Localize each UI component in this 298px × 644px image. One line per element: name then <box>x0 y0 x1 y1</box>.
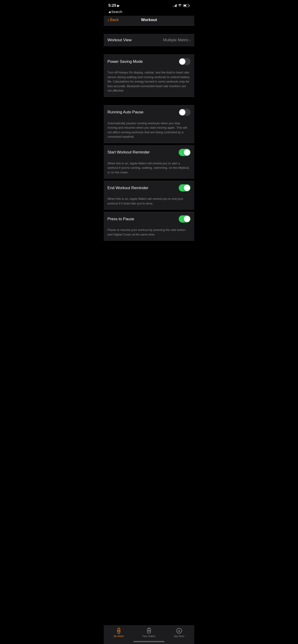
face-gallery-icon <box>146 628 152 634</box>
back-button[interactable]: ‹ Back <box>107 18 119 23</box>
running-auto-pause-row: Running Auto Pause <box>104 106 194 119</box>
gap-1 <box>104 26 194 34</box>
running-auto-pause-description: Automatically pauses running workouts wh… <box>104 119 194 143</box>
status-bar: 5:25 ▶ <box>104 0 194 9</box>
location-icon: ▶ <box>117 4 120 8</box>
toggle-thumb <box>184 185 190 191</box>
nav-header: ‹ Back Workout <box>104 16 194 26</box>
face-gallery-tab-label: Face Gallery <box>143 635 156 638</box>
end-workout-reminder-label: End Workout Reminder <box>107 186 179 190</box>
search-back-text[interactable]: Search <box>108 10 122 14</box>
my-watch-tab-label: My Watch <box>114 635 124 638</box>
press-to-pause-description: Pause or resume your workout by pressing… <box>104 226 194 240</box>
tab-face-gallery[interactable]: Face Gallery <box>134 628 164 638</box>
press-to-pause-row: Press to Pause <box>104 212 194 226</box>
workout-view-row[interactable]: Workout View Multiple Metric › <box>104 34 194 46</box>
bottom-pad <box>104 241 194 266</box>
tab-my-watch[interactable]: My Watch <box>104 628 134 638</box>
workout-view-section: Workout View Multiple Metric › <box>104 34 194 46</box>
power-saving-section: Power Saving Mode Turn off Always On dis… <box>104 54 194 97</box>
svg-text:A: A <box>178 629 180 633</box>
back-label: Back <box>110 18 119 22</box>
power-saving-toggle[interactable] <box>179 58 191 65</box>
app-store-tab-label: App Store <box>174 635 184 638</box>
toggle-thumb <box>179 58 185 65</box>
signal-icon <box>173 4 177 7</box>
svg-line-8 <box>149 630 149 631</box>
wifi-icon <box>178 4 182 8</box>
toggle-thumb <box>179 109 185 116</box>
tab-app-store[interactable]: A App Store <box>164 628 194 638</box>
search-back-area: Search <box>104 9 194 16</box>
running-auto-pause-toggle[interactable] <box>179 109 191 116</box>
press-to-pause-label: Press to Pause <box>107 217 179 222</box>
status-icons <box>173 4 190 8</box>
toggle-thumb <box>184 216 190 222</box>
power-saving-label: Power Saving Mode <box>107 59 179 64</box>
status-time: 5:25 ▶ <box>108 3 120 8</box>
end-workout-reminder-description: When this is on, Apple Watch will remind… <box>104 195 194 209</box>
end-workout-reminder-toggle[interactable] <box>179 184 191 192</box>
page-title: Workout <box>141 18 157 22</box>
battery-icon <box>183 4 190 7</box>
back-chevron-icon: ‹ <box>107 18 109 23</box>
main-content: Workout View Multiple Metric › Power Sav… <box>104 26 194 266</box>
my-watch-icon <box>116 628 122 634</box>
start-workout-reminder-description: When this is on, Apple Watch will remind… <box>104 159 194 178</box>
home-indicator <box>133 641 165 642</box>
start-workout-reminder-toggle[interactable] <box>179 149 191 156</box>
press-to-pause-section: Press to Pause Pause or resume your work… <box>104 212 194 241</box>
power-saving-description: Turn off Always On display, cellular, an… <box>104 68 194 97</box>
power-saving-row: Power Saving Mode <box>104 55 194 68</box>
svg-point-3 <box>118 630 120 632</box>
chevron-right-icon: › <box>189 38 191 42</box>
gap-4 <box>104 143 194 145</box>
gap-5 <box>104 178 194 181</box>
gap-3 <box>104 97 194 105</box>
start-workout-reminder-section: Start Workout Reminder When this is on, … <box>104 145 194 179</box>
gap-6 <box>104 210 194 212</box>
gap-2 <box>104 46 194 54</box>
end-workout-reminder-section: End Workout Reminder When this is on, Ap… <box>104 181 194 210</box>
workout-view-value: Multiple Metric › <box>163 38 191 42</box>
start-workout-reminder-label: Start Workout Reminder <box>107 150 179 154</box>
app-store-icon: A <box>176 628 182 634</box>
toggle-thumb <box>184 149 190 156</box>
press-to-pause-toggle[interactable] <box>179 215 191 222</box>
running-auto-pause-label: Running Auto Pause <box>107 110 179 114</box>
end-workout-reminder-row: End Workout Reminder <box>104 181 194 195</box>
workout-view-label: Workout View <box>107 38 163 42</box>
running-auto-pause-section: Running Auto Pause Automatically pauses … <box>104 105 194 143</box>
start-workout-reminder-row: Start Workout Reminder <box>104 146 194 159</box>
